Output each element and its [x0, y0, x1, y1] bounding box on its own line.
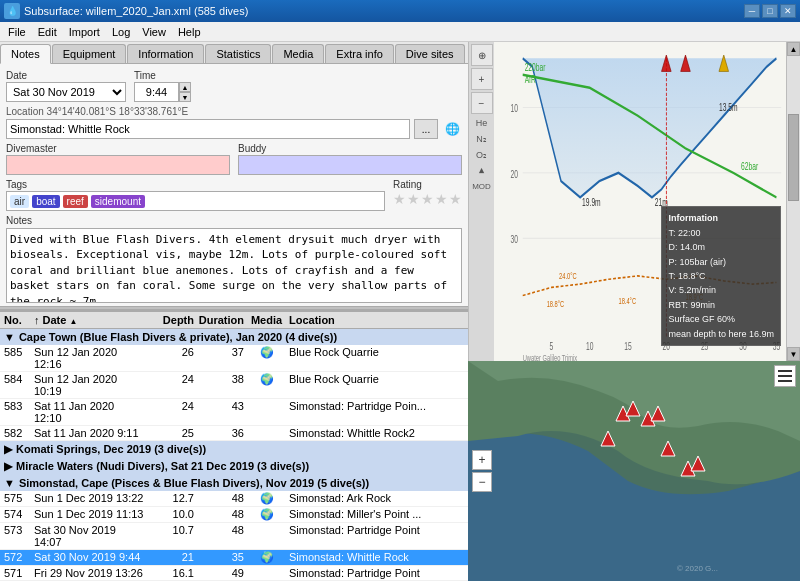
- date-label: Date: [6, 70, 126, 81]
- tab-statistics[interactable]: Statistics: [205, 44, 271, 63]
- col-header-depth[interactable]: Depth: [144, 314, 194, 326]
- map-area: © 2020 G... + −: [468, 361, 800, 581]
- group-toggle-4[interactable]: ▼: [4, 477, 15, 489]
- stars-rating[interactable]: ★ ★ ★ ★ ★: [393, 191, 462, 207]
- col-header-duration[interactable]: Duration: [194, 314, 244, 326]
- svg-text:15: 15: [624, 340, 631, 352]
- notes-textarea[interactable]: Dived with Blue Flash Divers. 4th elemen…: [6, 228, 462, 303]
- star-5[interactable]: ★: [449, 191, 462, 207]
- group-toggle-3[interactable]: ▶: [4, 460, 12, 472]
- dive-duration: 35: [194, 551, 244, 564]
- maximize-button[interactable]: □: [762, 4, 778, 18]
- scrollbar-thumb[interactable]: [788, 114, 799, 201]
- col-header-location[interactable]: Location: [289, 314, 464, 326]
- dive-no: 583: [4, 400, 34, 424]
- left-panel: Notes Equipment Information Statistics M…: [0, 42, 468, 581]
- dive-no: 574: [4, 508, 34, 521]
- star-4[interactable]: ★: [435, 191, 448, 207]
- menu-file[interactable]: File: [2, 24, 32, 40]
- dive-media: [244, 524, 289, 548]
- icon-minus[interactable]: −: [471, 92, 493, 114]
- scrollbar-down[interactable]: ▼: [787, 347, 800, 361]
- tab-media[interactable]: Media: [272, 44, 324, 63]
- time-down-arrow[interactable]: ▼: [179, 92, 191, 102]
- dive-row-582[interactable]: 582 Sat 11 Jan 2020 9:11 25 36 Simonstad…: [0, 426, 468, 441]
- date-group: Date Sat 30 Nov 2019: [6, 70, 126, 102]
- location-input[interactable]: [6, 119, 410, 139]
- icon-n2: N₂: [476, 132, 487, 146]
- tab-equipment[interactable]: Equipment: [52, 44, 127, 63]
- tab-information[interactable]: Information: [127, 44, 204, 63]
- group-toggle-1[interactable]: ▼: [4, 331, 15, 343]
- dive-group-miracle[interactable]: ▶Miracle Waters (Nudi Divers), Sat 21 De…: [0, 458, 468, 475]
- rating-group: Rating ★ ★ ★ ★ ★: [393, 179, 462, 207]
- dive-row-573[interactable]: 573 Sat 30 Nov 2019 14:07 10.7 48 Simons…: [0, 523, 468, 550]
- time-input[interactable]: [134, 82, 179, 102]
- dive-group-simonstad[interactable]: ▼Simonstad, Cape (Pisces & Blue Flash Di…: [0, 475, 468, 491]
- tag-boat[interactable]: boat: [32, 195, 59, 208]
- dive-depth: 25: [144, 427, 194, 439]
- map-zoom-in[interactable]: +: [472, 450, 492, 470]
- chart-scrollbar[interactable]: ▲ ▼: [786, 42, 800, 361]
- tag-air[interactable]: air: [10, 195, 29, 208]
- tab-dive-sites[interactable]: Dive sites: [395, 44, 465, 63]
- tags-container: air boat reef sidemount: [10, 195, 145, 208]
- star-1[interactable]: ★: [393, 191, 406, 207]
- rating-label: Rating: [393, 179, 462, 190]
- dive-duration: 43: [194, 400, 244, 424]
- buddy-input[interactable]: Alex Ferguson: [238, 155, 462, 175]
- divemaster-input[interactable]: Rudi Human: [6, 155, 230, 175]
- tag-reef[interactable]: reef: [63, 195, 88, 208]
- dive-duration: 37: [194, 346, 244, 370]
- dive-group-komati[interactable]: ▶Komati Springs, Dec 2019 (3 dive(s)): [0, 441, 468, 458]
- dive-row-575[interactable]: 575 Sun 1 Dec 2019 13:22 12.7 48 🌍 Simon…: [0, 491, 468, 507]
- map-zoom-out[interactable]: −: [472, 472, 492, 492]
- menu-log[interactable]: Log: [106, 24, 136, 40]
- menu-view[interactable]: View: [136, 24, 172, 40]
- tag-sidemount[interactable]: sidemount: [91, 195, 145, 208]
- star-2[interactable]: ★: [407, 191, 420, 207]
- info-time: Information: [668, 211, 774, 225]
- dive-row-572[interactable]: 572 Sat 30 Nov 2019 9:44 21 35 🌍 Simonst…: [0, 550, 468, 566]
- right-panel: ⊕ + − He N₂ O₂ ▼ MOD: [468, 42, 800, 581]
- dive-row-571[interactable]: 571 Fri 29 Nov 2019 13:26 16.1 49 Simons…: [0, 566, 468, 581]
- dive-depth: 10.7: [144, 524, 194, 548]
- dive-date: Sat 30 Nov 2019 9:44: [34, 551, 144, 564]
- dive-group-cape-town[interactable]: ▼Cape Town (Blue Flash Divers & private)…: [0, 329, 468, 345]
- col-header-media[interactable]: Media: [244, 314, 289, 326]
- date-input[interactable]: Sat 30 Nov 2019: [6, 82, 126, 102]
- dive-row-584[interactable]: 584 Sun 12 Jan 2020 10:19 24 38 🌍 Blue R…: [0, 372, 468, 399]
- map-menu-button[interactable]: [774, 365, 796, 387]
- icon-compass[interactable]: ⊕: [471, 44, 493, 66]
- location-search-button[interactable]: ...: [414, 119, 438, 139]
- menu-edit[interactable]: Edit: [32, 24, 63, 40]
- tab-extra-info[interactable]: Extra info: [325, 44, 393, 63]
- menu-help[interactable]: Help: [172, 24, 207, 40]
- dive-location: Blue Rock Quarrie: [289, 373, 464, 397]
- dive-depth: 24: [144, 400, 194, 424]
- dive-row-574[interactable]: 574 Sun 1 Dec 2019 11:13 10.0 48 🌍 Simon…: [0, 507, 468, 523]
- tab-notes[interactable]: Notes: [0, 44, 51, 64]
- close-button[interactable]: ✕: [780, 4, 796, 18]
- menu-import[interactable]: Import: [63, 24, 106, 40]
- minimize-button[interactable]: ─: [744, 4, 760, 18]
- dive-location: Simonstad: Ark Rock: [289, 492, 464, 505]
- dive-row-583[interactable]: 583 Sat 11 Jan 2020 12:10 24 43 Simonsta…: [0, 399, 468, 426]
- scrollbar-up[interactable]: ▲: [787, 42, 800, 56]
- svg-text:62bar: 62bar: [741, 160, 758, 172]
- group-toggle-2[interactable]: ▶: [4, 443, 12, 455]
- dive-no: 571: [4, 567, 34, 579]
- dive-depth: 21: [144, 551, 194, 564]
- time-up-arrow[interactable]: ▲: [179, 82, 191, 92]
- time-label: Time: [134, 70, 191, 81]
- tags-rating-row: Tags air boat reef sidemount Rating ★: [6, 179, 462, 211]
- icon-plus[interactable]: +: [471, 68, 493, 90]
- star-3[interactable]: ★: [421, 191, 434, 207]
- dive-row-585[interactable]: 585 Sun 12 Jan 2020 12:16 26 37 🌍 Blue R…: [0, 345, 468, 372]
- tags-input[interactable]: air boat reef sidemount: [6, 191, 385, 211]
- dive-depth: 26: [144, 346, 194, 370]
- dive-duration: 48: [194, 492, 244, 505]
- icon-up: ▼: [477, 164, 486, 178]
- divemaster-group: Divemaster Rudi Human: [6, 143, 230, 175]
- col-header-date[interactable]: ↑ Date ▲: [34, 314, 144, 326]
